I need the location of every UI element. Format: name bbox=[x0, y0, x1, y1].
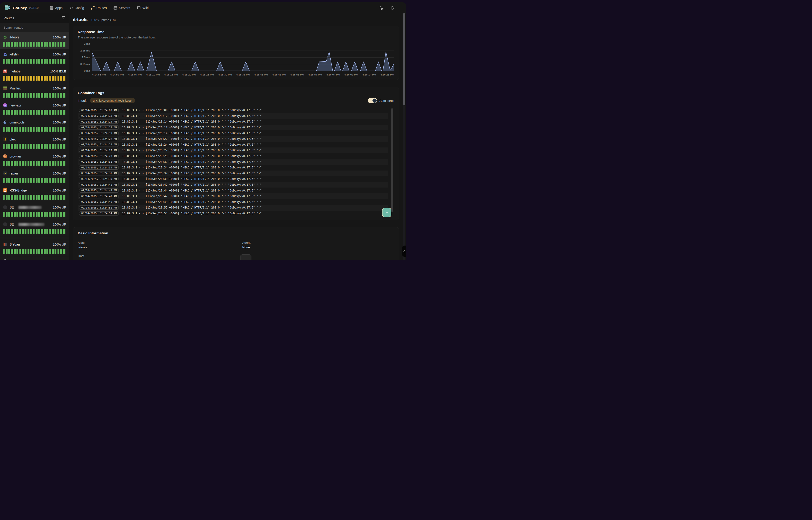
logs-route-name: it-tools bbox=[78, 99, 87, 103]
sidebar-item-jellyfin[interactable]: jellyfin100% UP bbox=[0, 49, 69, 66]
log-timestamp: 09/14/2025, 01:24:14 AM bbox=[79, 120, 119, 124]
log-message: 10.89.3.1 - - [13/Sep/20:49 +0000] "HEAD… bbox=[122, 200, 262, 204]
log-timestamp: 09/14/2025, 01:24:19 AM bbox=[79, 131, 119, 135]
log-row: 09/14/2025, 01:24:34 AM10.89.3.1 - - [13… bbox=[78, 165, 388, 171]
brand[interactable]: GoDoxy v0.18.0 bbox=[4, 4, 39, 11]
log-timestamp: 09/14/2025, 01:24:54 AM bbox=[79, 211, 119, 215]
x-tick-label: 4:15:15 PM bbox=[164, 73, 178, 76]
search-input[interactable] bbox=[0, 23, 69, 32]
x-tick-label: 4:15:30 PM bbox=[218, 73, 232, 76]
filter-icon[interactable] bbox=[61, 16, 65, 21]
sidebar-item-omni-tools[interactable]: omni-tools100% UP bbox=[0, 117, 69, 134]
log-message: 10.89.3.1 - - [13/Sep/20:52 +0000] "HEAD… bbox=[122, 206, 262, 209]
x-tick-label: 4:16:23 PM bbox=[381, 73, 394, 76]
route-status: 100% UP bbox=[53, 189, 66, 192]
x-tick-label: 4:16:14 PM bbox=[362, 73, 376, 76]
alias-label: Alias bbox=[78, 241, 242, 244]
x-tick-label: 4:14:53 PM bbox=[92, 73, 106, 76]
log-row: 09/14/2025, 01:24:52 AM10.89.3.1 - - [13… bbox=[78, 205, 388, 211]
route-name: it-tools bbox=[9, 35, 19, 39]
nav-right bbox=[380, 6, 401, 10]
route-name: SiYuan bbox=[9, 242, 20, 246]
page-title: it-tools bbox=[73, 17, 87, 22]
sidebar-item-se[interactable]: SE100% UP bbox=[0, 219, 69, 236]
sidebar-item-new-api[interactable]: new-api100% UP bbox=[0, 100, 69, 117]
sidebar-item-sonarr[interactable]: sonarr100% UP bbox=[0, 256, 69, 260]
log-message: 10.89.3.1 - - [13/Sep/20:12 +0000] "HEAD… bbox=[122, 114, 262, 118]
uptime-bars bbox=[3, 42, 66, 47]
alias-field: Alias it-tools bbox=[78, 241, 242, 249]
routes-sidebar: Routes ⚙it-tools100% UPjellyfin100% UPme… bbox=[0, 13, 69, 260]
route-name: sonarr bbox=[9, 260, 19, 260]
nav-item-label: Servers bbox=[119, 6, 130, 10]
route-name: Miniflux bbox=[9, 86, 21, 90]
brand-version: v0.18.0 bbox=[29, 6, 39, 9]
nav-item-servers[interactable]: Servers bbox=[113, 6, 130, 10]
sidebar-item-metube[interactable]: metube100% IDLE bbox=[0, 66, 69, 83]
app-surface: GoDoxy v0.18.0 AppsConfigRoutesServersWi… bbox=[0, 2, 406, 260]
rss-bridge-icon bbox=[3, 188, 7, 193]
autoscroll-toggle[interactable] bbox=[368, 98, 377, 103]
sidebar-header: Routes bbox=[0, 13, 69, 23]
metube-icon bbox=[3, 69, 7, 74]
log-message: 10.89.3.1 - - [13/Sep/20:29 +0000] "HEAD… bbox=[122, 154, 262, 158]
godoxy-logo-icon bbox=[4, 4, 11, 11]
sidebar-item-radarr[interactable]: radarr100% UP bbox=[0, 168, 69, 185]
nav-item-apps[interactable]: Apps bbox=[50, 6, 63, 10]
grid-icon bbox=[50, 6, 54, 10]
log-message: 10.89.3.1 - - [13/Sep/20:47 +0000] "HEAD… bbox=[122, 194, 262, 198]
log-row: 09/14/2025, 01:24:37 AM10.89.3.1 - - [13… bbox=[78, 171, 388, 176]
basic-info-grid: Alias it-tools Agent None bbox=[78, 241, 394, 249]
x-tick-label: 4:16:09 PM bbox=[344, 73, 358, 76]
route-status: 100% UP bbox=[53, 104, 66, 107]
uptime-bars bbox=[3, 93, 66, 98]
host-field: Host bbox=[78, 254, 394, 258]
y-tick-label: 3 ms bbox=[84, 43, 90, 45]
log-message: 10.89.3.1 - - [13/Sep/20:09 +0000] "HEAD… bbox=[122, 109, 262, 112]
log-row: 09/14/2025, 01:24:09 AM10.89.3.1 - - [13… bbox=[78, 107, 388, 113]
sidebar-item-siyuan[interactable]: SiYuan100% UP bbox=[0, 239, 69, 256]
log-row: 09/14/2025, 01:24:24 AM10.89.3.1 - - [13… bbox=[78, 142, 388, 148]
log-scrollbar[interactable] bbox=[391, 107, 393, 216]
container-image-badge: ghcr.io/corentinth/it-tools:latest bbox=[90, 98, 135, 103]
drawer-collapse-handle[interactable] bbox=[402, 245, 406, 257]
sidebar-item-plex[interactable]: plex100% UP bbox=[0, 134, 69, 151]
log-row: 09/14/2025, 01:24:17 AM10.89.3.1 - - [13… bbox=[78, 125, 388, 130]
jellyfin-icon bbox=[3, 52, 7, 57]
x-tick-label: 4:14:59 PM bbox=[110, 73, 124, 76]
nav-item-routes[interactable]: Routes bbox=[91, 6, 107, 10]
logout-icon[interactable] bbox=[391, 6, 395, 10]
y-tick-label: 1.5 ms bbox=[82, 56, 90, 59]
sidebar-item-rss-bridge[interactable]: RSS-Bridge100% UP bbox=[0, 185, 69, 202]
log-row: 09/14/2025, 01:24:42 AM10.89.3.1 - - [13… bbox=[78, 182, 388, 188]
nav-item-wiki[interactable]: Wiki bbox=[137, 6, 148, 10]
uptime-bars bbox=[3, 59, 66, 64]
log-timestamp: 09/14/2025, 01:24:44 AM bbox=[79, 188, 119, 193]
sidebar-item-prowlarr[interactable]: prowlarr100% UP bbox=[0, 151, 69, 168]
routes-list: ⚙it-tools100% UPjellyfin100% UPmetube100… bbox=[0, 32, 69, 260]
route-status: 100% UP bbox=[53, 87, 66, 90]
scroll-to-top-button[interactable] bbox=[382, 208, 391, 217]
gear-icon: ⚙ bbox=[3, 35, 7, 40]
basic-information-title: Basic Information bbox=[78, 231, 394, 235]
log-scrollbar-thumb[interactable] bbox=[391, 108, 393, 212]
log-row: 09/14/2025, 01:24:12 AM10.89.3.1 - - [13… bbox=[78, 113, 388, 119]
page-scrollbar-thumb[interactable] bbox=[403, 13, 405, 105]
nav-item-config[interactable]: Config bbox=[69, 6, 84, 10]
log-timestamp: 09/14/2025, 01:24:27 AM bbox=[79, 148, 119, 152]
theme-toggle-moon-icon[interactable] bbox=[380, 6, 384, 10]
uptime-bars bbox=[3, 127, 66, 132]
log-timestamp: 09/14/2025, 01:24:17 AM bbox=[79, 125, 119, 130]
x-tick-label: 4:15:51 PM bbox=[290, 73, 304, 76]
redacted-route-name bbox=[19, 223, 45, 226]
sidebar-item-it-tools[interactable]: ⚙it-tools100% UP bbox=[0, 32, 69, 49]
autoscroll-control: Auto scroll bbox=[368, 98, 394, 103]
route-status: 100% UP bbox=[53, 172, 66, 175]
toggle-knob bbox=[372, 99, 377, 103]
log-timestamp: 09/14/2025, 01:24:49 AM bbox=[79, 200, 119, 204]
sidebar-item-se[interactable]: SE100% UP bbox=[0, 202, 69, 219]
redacted-route-icon bbox=[3, 222, 7, 227]
x-tick-label: 4:16:04 PM bbox=[326, 73, 340, 76]
sidebar-item-miniflux[interactable]: Miniflux100% UP bbox=[0, 83, 69, 100]
chevron-left-icon bbox=[403, 250, 405, 253]
